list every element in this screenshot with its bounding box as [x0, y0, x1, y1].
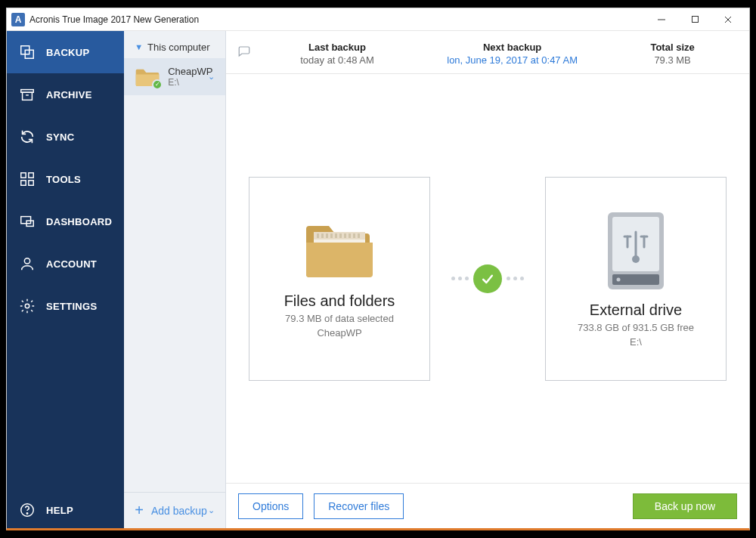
- success-badge-icon: ✓: [152, 79, 163, 90]
- close-button[interactable]: [711, 9, 745, 30]
- svg-point-15: [24, 258, 29, 264]
- add-backup-label: Add backup: [151, 505, 207, 517]
- success-check-icon: [473, 264, 502, 293]
- nav-sidebar: BACKUP ARCHIVE SYNC: [7, 31, 124, 528]
- backup-list-panel: ▼ This computer ✓ CheapWP E:\ ⌄ + Add ba…: [124, 31, 226, 528]
- svg-rect-29: [353, 233, 355, 238]
- connector: [451, 264, 524, 293]
- options-button[interactable]: Options: [238, 493, 303, 519]
- nav-archive[interactable]: ARCHIVE: [7, 73, 124, 116]
- source-title: Files and folders: [284, 292, 395, 310]
- nav-label: SYNC: [46, 131, 74, 143]
- nav-label: ARCHIVE: [46, 89, 92, 100]
- help-icon: [19, 502, 36, 518]
- destination-line2: E:\: [630, 336, 642, 348]
- nav-label: ACCOUNT: [46, 258, 97, 270]
- nav-settings[interactable]: SETTINGS: [7, 285, 124, 327]
- nav-sync[interactable]: SYNC: [7, 116, 124, 158]
- nav-label: BACKUP: [46, 47, 89, 58]
- svg-point-16: [25, 304, 29, 308]
- svg-point-18: [26, 513, 27, 514]
- window-controls: [645, 9, 745, 30]
- plus-icon: +: [135, 502, 144, 519]
- nav-label: HELP: [46, 505, 73, 516]
- source-card[interactable]: Files and folders 79.3 MB of data select…: [249, 177, 430, 381]
- svg-rect-23: [326, 233, 328, 238]
- source-line2: CheapWP: [317, 327, 361, 339]
- folder-large-icon: [302, 218, 377, 283]
- backup-item-name: CheapWP: [168, 66, 212, 77]
- svg-rect-22: [321, 233, 324, 238]
- destination-card[interactable]: External drive 733.8 GB of 931.5 GB free…: [545, 177, 727, 381]
- maximize-button[interactable]: [678, 9, 711, 30]
- dashboard-icon: [19, 213, 36, 230]
- svg-point-34: [632, 255, 640, 263]
- next-backup-col: Next backup lon, June 19, 2017 at 0:47 A…: [447, 42, 578, 66]
- svg-rect-10: [29, 173, 33, 178]
- svg-point-36: [617, 278, 621, 282]
- backup-now-button[interactable]: Back up now: [633, 493, 737, 519]
- svg-rect-24: [330, 233, 333, 238]
- last-backup-col: Last backup today at 0:48 AM: [300, 42, 374, 66]
- recover-files-button[interactable]: Recover files: [314, 493, 404, 519]
- svg-rect-13: [21, 217, 31, 224]
- svg-rect-30: [358, 233, 360, 238]
- footer-bar: Options Recover files Back up now: [226, 483, 749, 528]
- source-line1: 79.3 MB of data selected: [285, 313, 394, 324]
- chevron-down-icon[interactable]: ⌄: [208, 72, 215, 82]
- svg-rect-12: [29, 181, 33, 185]
- backup-list-header[interactable]: ▼ This computer: [124, 31, 225, 58]
- nav-label: TOOLS: [46, 174, 81, 185]
- next-backup-value[interactable]: lon, June 19, 2017 at 0:47 AM: [447, 54, 578, 66]
- expand-icon: ▼: [135, 42, 143, 51]
- backup-list-item[interactable]: ✓ CheapWP E:\ ⌄: [124, 58, 225, 95]
- folder-icon: ✓: [135, 66, 160, 88]
- nav-help[interactable]: HELP: [7, 492, 124, 528]
- nav-label: DASHBOARD: [46, 216, 112, 227]
- last-backup-label: Last backup: [300, 42, 374, 53]
- main-panel: Last backup today at 0:48 AM Next backup…: [226, 31, 749, 528]
- nav-backup[interactable]: BACKUP: [7, 31, 124, 73]
- svg-rect-26: [339, 233, 342, 238]
- nav-tools[interactable]: TOOLS: [7, 158, 124, 200]
- backup-list-header-label: This computer: [147, 42, 209, 53]
- tools-icon: [19, 171, 36, 187]
- svg-rect-7: [23, 92, 33, 100]
- next-backup-label: Next backup: [447, 42, 578, 53]
- svg-rect-28: [349, 233, 351, 238]
- external-drive-icon: [605, 209, 667, 292]
- sync-icon: [19, 128, 36, 145]
- destination-title: External drive: [590, 301, 682, 319]
- nav-account[interactable]: ACCOUNT: [7, 243, 124, 285]
- svg-rect-9: [21, 173, 26, 178]
- account-icon: [19, 255, 36, 272]
- titlebar: A Acronis True Image 2017 New Generation: [7, 8, 749, 31]
- app-window: A Acronis True Image 2017 New Generation…: [6, 8, 750, 530]
- svg-rect-11: [21, 181, 26, 185]
- nav-dashboard[interactable]: DASHBOARD: [7, 200, 124, 243]
- minimize-button[interactable]: [645, 9, 678, 30]
- destination-line1: 733.8 GB of 931.5 GB free: [578, 322, 694, 333]
- svg-rect-21: [317, 233, 319, 238]
- svg-rect-25: [335, 233, 337, 238]
- backup-icon: [19, 44, 36, 60]
- app-logo-icon: A: [11, 13, 25, 26]
- comment-icon[interactable]: [237, 42, 252, 58]
- nav-label: SETTINGS: [46, 301, 97, 312]
- backup-item-path: E:\: [168, 77, 212, 88]
- total-size-value: 79.3 MB: [650, 54, 694, 66]
- window-title: Acronis True Image 2017 New Generation: [29, 14, 645, 25]
- archive-icon: [19, 86, 36, 103]
- chevron-down-icon[interactable]: ⌄: [208, 506, 215, 515]
- add-backup-button[interactable]: + Add backup ⌄: [124, 492, 225, 528]
- svg-rect-27: [344, 233, 346, 238]
- settings-icon: [19, 298, 36, 314]
- total-size-label: Total size: [650, 42, 694, 53]
- backup-canvas: Files and folders 79.3 MB of data select…: [226, 74, 749, 483]
- last-backup-value: today at 0:48 AM: [300, 54, 374, 66]
- total-size-col: Total size 79.3 MB: [650, 42, 694, 66]
- summary-bar: Last backup today at 0:48 AM Next backup…: [226, 31, 749, 74]
- svg-rect-1: [692, 17, 698, 23]
